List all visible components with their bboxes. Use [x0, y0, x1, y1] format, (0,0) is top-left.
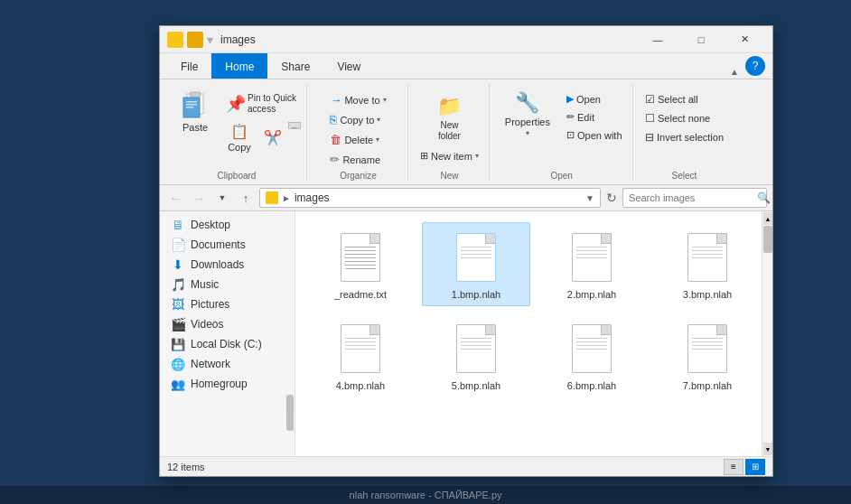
delete-button[interactable]: 🗑 Delete ▾	[325, 130, 390, 149]
sidebar-item-downloads[interactable]: ⬇ Downloads	[160, 255, 295, 275]
copy-to-button[interactable]: ⎘ Copy to ▾	[325, 110, 390, 129]
new-item-button[interactable]: ⊞ New item ▾	[416, 147, 483, 164]
files-area: _readme.txt 1.bm	[295, 211, 772, 456]
svg-rect-5	[186, 107, 193, 108]
properties-button[interactable]: 🔧 Properties ▾	[497, 87, 558, 142]
edit-icon: ✏	[566, 111, 575, 123]
sidebar-item-homegroup[interactable]: 👥 Homegroup	[160, 374, 295, 394]
open-with-button[interactable]: ⊡ Open with	[562, 126, 627, 144]
move-to-arrow: ▾	[383, 96, 387, 104]
minimize-button[interactable]: —	[637, 26, 678, 53]
ribbon-collapse-button[interactable]: ▲	[727, 64, 742, 79]
quick-access-icon-1[interactable]	[167, 32, 183, 48]
tab-home[interactable]: Home	[211, 53, 267, 79]
ribbon-tabs: File Home Share View ▲ ?	[160, 53, 772, 79]
address-path-segment: images	[295, 191, 330, 204]
file-icon-3	[682, 229, 733, 286]
address-box[interactable]: ► images ▼	[259, 188, 601, 208]
view-grid-button[interactable]: ⊞	[745, 459, 765, 475]
file-item-1[interactable]: 1.bmp.nlah	[422, 222, 530, 306]
select-none-icon: ☐	[645, 112, 655, 125]
open-with-icon: ⊡	[566, 129, 575, 141]
select-all-button[interactable]: ☑ Select all	[641, 90, 728, 108]
maximize-button[interactable]: □	[680, 26, 722, 53]
invert-selection-button[interactable]: ⊟ Invert selection	[641, 128, 728, 146]
sidebar-homegroup-label: Homegroup	[191, 378, 248, 390]
close-button[interactable]: ✕	[724, 26, 765, 53]
copy-button[interactable]: 📋 Copy	[221, 120, 257, 155]
file-item-5[interactable]: 5.bmp.nlah	[422, 313, 530, 397]
move-to-button[interactable]: → Move to ▾	[325, 90, 390, 109]
sidebar-item-videos[interactable]: 🎬 Videos	[160, 314, 295, 334]
edit-label: Edit	[577, 112, 594, 123]
sidebar-item-local-disk[interactable]: 💾 Local Disk (C:)	[160, 334, 295, 354]
delete-arrow: ▾	[376, 135, 379, 144]
address-dropdown-arrow[interactable]: ▼	[585, 193, 594, 203]
new-folder-button[interactable]: 📁 Newfolder	[416, 90, 483, 146]
sidebar-item-network[interactable]: 🌐 Network	[160, 354, 295, 374]
back-button[interactable]: ←	[165, 188, 185, 208]
pin-label: Pin to Quickaccess	[248, 93, 296, 115]
sidebar-music-label: Music	[191, 278, 219, 291]
refresh-button[interactable]: ↻	[604, 191, 619, 205]
search-icon[interactable]: 🔍	[757, 191, 771, 204]
view-list-button[interactable]: ≡	[724, 459, 743, 475]
clipboard-label: Clipboard	[218, 171, 257, 181]
scroll-up-button[interactable]: ▲	[763, 212, 772, 225]
up-button[interactable]: ↑	[236, 188, 256, 208]
paste-button[interactable]: Paste	[173, 87, 218, 137]
sidebar-downloads-label: Downloads	[191, 258, 244, 271]
svg-rect-1	[190, 92, 201, 97]
scroll-down-button[interactable]: ▼	[763, 443, 772, 455]
files-grid: _readme.txt 1.bm	[303, 219, 765, 401]
cut-button[interactable]: ✂️	[259, 120, 286, 155]
properties-arrow: ▾	[526, 129, 529, 137]
select-none-label: Select none	[658, 113, 710, 124]
scroll-thumb[interactable]	[763, 226, 772, 253]
file-name-5: 5.bmp.nlah	[452, 380, 500, 391]
file-item-readme[interactable]: _readme.txt	[306, 222, 415, 306]
pin-to-quick-access-button[interactable]: 📌 Pin to Quickaccess	[221, 90, 301, 117]
edit-button[interactable]: ✏ Edit	[562, 108, 627, 126]
search-input[interactable]	[629, 192, 753, 203]
forward-button[interactable]: →	[189, 188, 209, 208]
homegroup-icon: 👥	[171, 377, 185, 391]
paste-icon	[181, 91, 210, 120]
help-button[interactable]: ?	[745, 56, 765, 76]
file-item-2[interactable]: 2.bmp.nlah	[538, 222, 646, 306]
file-item-3[interactable]: 3.bmp.nlah	[653, 222, 762, 306]
tab-share[interactable]: Share	[267, 53, 323, 79]
recent-locations-button[interactable]: ▼	[212, 188, 232, 208]
select-none-button[interactable]: ☐ Select none	[641, 109, 728, 127]
select-label: Select	[672, 171, 697, 181]
ribbon-group-new: 📁 Newfolder ⊞ New item ▾ New	[410, 83, 490, 181]
copy-path-button[interactable]: ...	[288, 122, 301, 129]
open-button[interactable]: ▶ Open	[562, 90, 627, 107]
downloads-icon: ⬇	[171, 257, 185, 272]
copy-to-arrow: ▾	[377, 116, 380, 124]
music-icon: 🎵	[171, 277, 185, 292]
rename-button[interactable]: ✏ Rename	[325, 150, 390, 169]
sidebar-network-label: Network	[191, 358, 230, 370]
file-item-6[interactable]: 6.bmp.nlah	[538, 313, 646, 397]
sidebar-drive-label: Local Disk (C:)	[191, 338, 262, 350]
select-all-label: Select all	[658, 94, 698, 105]
sidebar-item-desktop[interactable]: 🖥 Desktop	[160, 215, 295, 235]
quick-access-icon-2[interactable]	[187, 32, 203, 48]
drive-icon: 💾	[171, 337, 185, 351]
address-path: ► images	[266, 191, 330, 204]
file-icon-7	[682, 320, 733, 378]
files-scrollbar[interactable]: ▲ ▼	[762, 211, 772, 456]
file-item-4[interactable]: 4.bmp.nlah	[306, 313, 415, 397]
file-icon-5	[451, 320, 501, 378]
tab-view[interactable]: View	[323, 53, 374, 79]
sidebar-item-documents[interactable]: 📄 Documents	[160, 235, 295, 255]
sidebar-item-music[interactable]: 🎵 Music	[160, 275, 295, 294]
rename-label: Rename	[342, 154, 380, 165]
rename-icon: ✏	[330, 153, 340, 166]
tab-file[interactable]: File	[167, 53, 211, 79]
sidebar-item-pictures[interactable]: 🖼 Pictures	[160, 294, 295, 314]
pictures-icon: 🖼	[171, 297, 185, 312]
file-item-7[interactable]: 7.bmp.nlah	[653, 313, 762, 397]
sidebar-desktop-label: Desktop	[191, 219, 230, 231]
